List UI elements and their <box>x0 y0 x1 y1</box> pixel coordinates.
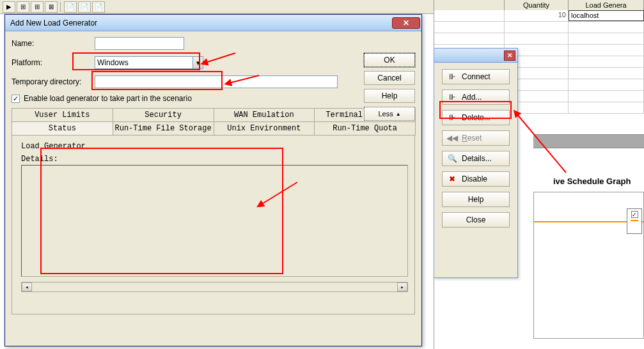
toolbar-btn-2[interactable]: ⊞ <box>17 1 29 13</box>
toolbar-btn-5[interactable]: 📄 <box>64 1 77 13</box>
name-input[interactable] <box>95 37 184 50</box>
toolbar-btn-6[interactable]: 📄 <box>78 1 91 13</box>
scroll-right-button[interactable]: ▸ <box>397 283 407 291</box>
dialog-close-button[interactable]: ✕ <box>392 17 420 29</box>
dialog-titlebar: Add New Load Generator ✕ <box>5 15 421 31</box>
row1-qty: 10 <box>505 10 569 21</box>
collapse-up-icon: ▲ <box>396 111 401 117</box>
graph-title: ive Schedule Graph <box>553 176 631 186</box>
reset-button[interactable]: ◀◀ Reset <box>442 130 510 146</box>
tab-security[interactable]: Security <box>113 108 214 121</box>
add-button[interactable]: ⊪ Add... <box>442 89 510 105</box>
add-load-generator-dialog: Add New Load Generator ✕ Name: Platform:… <box>4 14 422 346</box>
platform-label: Platform: <box>12 58 95 67</box>
disable-icon: ✖ <box>448 174 457 183</box>
legend-checkbox[interactable]: ✓ <box>631 211 638 218</box>
delete-label: Delete... <box>462 113 491 122</box>
name-label: Name: <box>12 39 95 48</box>
connect-button[interactable]: ⊪ Connect <box>442 69 510 84</box>
details-textarea[interactable] <box>21 165 408 277</box>
tab-status[interactable]: Status <box>12 121 113 136</box>
cancel-button[interactable]: Cancel <box>364 71 415 85</box>
toolbar-btn-1[interactable]: ▶ <box>3 1 15 13</box>
tab-runtime-quota[interactable]: Run-Time Quota <box>314 121 416 136</box>
panel-close-button[interactable]: ✕ <box>504 50 515 61</box>
add-icon: ⊪ <box>448 93 457 102</box>
panel-titlebar: ✕ <box>434 49 517 63</box>
tempdir-label: Temporary directory: <box>12 77 95 86</box>
toolbar-btn-7[interactable]: 📄 <box>92 1 105 13</box>
panel-help-label: Help <box>468 195 484 204</box>
reset-label: Reset <box>462 134 482 143</box>
tab-vuser-limits[interactable]: Vuser Limits <box>12 108 113 121</box>
details-button[interactable]: 🔍 Details... <box>442 151 510 166</box>
panel-close-label: Close <box>466 215 486 224</box>
connect-icon: ⊪ <box>448 72 457 81</box>
tabs-row-2: Status Run-Time File Storage Unix Enviro… <box>12 121 415 136</box>
horizontal-scrollbar[interactable]: ◂ ▸ <box>21 282 408 292</box>
add-label: Add... <box>462 93 482 102</box>
toolbar-btn-3[interactable]: ⊞ <box>31 1 43 13</box>
tab-wan-emulation[interactable]: WAN Emulation <box>214 108 315 121</box>
legend-swatch <box>631 220 638 221</box>
panel-close-btn[interactable]: Close <box>442 212 510 228</box>
check-icon: ✓ <box>13 95 19 102</box>
tab-unix-environment[interactable]: Unix Environment <box>214 121 315 136</box>
col-loadgen: Load Genera <box>569 0 644 10</box>
chevron-down-icon: ▾ <box>196 59 200 67</box>
reset-icon: ◀◀ <box>448 134 457 143</box>
details-label: Details... <box>462 154 492 163</box>
disable-label: Disable <box>462 174 487 183</box>
connect-label: Connect <box>462 72 491 81</box>
ok-button[interactable]: OK <box>364 53 415 67</box>
help-button[interactable]: Help <box>364 89 415 103</box>
row1-gen[interactable]: localhost <box>569 10 644 21</box>
platform-dropdown-button[interactable]: ▾ <box>192 57 203 68</box>
disable-button[interactable]: ✖ Disable <box>442 171 510 187</box>
tabs-row-1: Vuser Limits Security WAN Emulation Term… <box>12 108 415 121</box>
tab-runtime-file-storage[interactable]: Run-Time File Storage <box>113 121 214 136</box>
status-header: Load Generator <box>21 142 408 151</box>
platform-select[interactable] <box>95 56 203 69</box>
less-button[interactable]: Less ▲ <box>364 107 415 121</box>
graph-section-divider <box>533 134 644 148</box>
main-toolbar: ▶ ⊞ ⊞ ⊠ 📄 📄 📄 <box>0 0 434 14</box>
less-label: Less <box>378 110 393 118</box>
details-icon: 🔍 <box>448 154 457 163</box>
delete-button[interactable]: ⊪ Delete... <box>442 110 510 125</box>
status-pane: Load Generator Details: ◂ ▸ <box>12 136 415 314</box>
delete-icon: ⊪ <box>448 113 457 122</box>
col-quantity: Quantity <box>505 0 569 10</box>
enable-checkbox[interactable]: ✓ <box>12 95 20 103</box>
dialog-title: Add New Load Generator <box>10 19 97 27</box>
load-generators-panel: ✕ ⊪ Connect ⊪ Add... ⊪ Delete... ◀◀ Rese… <box>434 48 518 278</box>
tempdir-input[interactable] <box>95 75 338 88</box>
panel-help-button[interactable]: Help <box>442 192 510 207</box>
details-label: Details: <box>21 155 408 164</box>
scroll-left-button[interactable]: ◂ <box>22 283 32 291</box>
toolbar-btn-4[interactable]: ⊠ <box>45 1 58 13</box>
graph-legend: ✓ <box>627 208 642 234</box>
enable-checkbox-label: Enable load generator to take part in th… <box>24 94 192 103</box>
